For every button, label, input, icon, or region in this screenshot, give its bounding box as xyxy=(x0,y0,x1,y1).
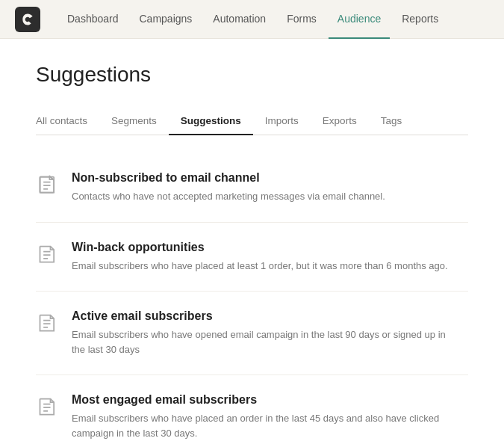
nav-campaigns[interactable]: Campaigns xyxy=(131,0,202,39)
edit-icon-3 xyxy=(37,396,58,417)
logo xyxy=(15,7,40,32)
nav-audience[interactable]: Audience xyxy=(329,0,390,39)
nav-dashboard[interactable]: Dashboard xyxy=(58,0,128,39)
suggestion-icon-2 xyxy=(36,311,60,335)
suggestion-title-2: Active email subscribers xyxy=(72,309,468,323)
suggestion-item[interactable]: Most engaged email subscribers Email sub… xyxy=(36,375,468,447)
nav-reports[interactable]: Reports xyxy=(393,0,447,39)
suggestion-content-3: Most engaged email subscribers Email sub… xyxy=(72,393,468,440)
edit-icon-1 xyxy=(37,244,58,265)
nav-links: Dashboard Campaigns Automation Forms Aud… xyxy=(58,0,489,39)
suggestion-content-2: Active email subscribers Email subscribe… xyxy=(72,309,468,357)
tab-imports[interactable]: Imports xyxy=(253,108,311,135)
logo-svg xyxy=(20,12,35,27)
page-title: Suggestions xyxy=(36,63,468,87)
nav-automation[interactable]: Automation xyxy=(204,0,275,39)
suggestion-icon-3 xyxy=(36,395,60,419)
logo-icon xyxy=(15,7,40,32)
nav-forms[interactable]: Forms xyxy=(278,0,326,39)
edit-icon-2 xyxy=(37,312,58,333)
suggestion-desc-1: Email subscribers who have placed at lea… xyxy=(72,259,460,274)
navbar: Dashboard Campaigns Automation Forms Aud… xyxy=(0,0,504,39)
tab-suggestions[interactable]: Suggestions xyxy=(169,108,253,135)
suggestion-item[interactable]: Win-back opportunities Email subscribers… xyxy=(36,223,468,292)
suggestion-desc-2: Email subscribers who have opened email … xyxy=(72,327,460,357)
suggestion-list: Non-subscribed to email channel Contacts… xyxy=(36,153,468,447)
sub-tabs: All contacts Segments Suggestions Import… xyxy=(36,108,468,135)
suggestion-item[interactable]: Non-subscribed to email channel Contacts… xyxy=(36,153,468,223)
suggestion-icon-1 xyxy=(36,242,60,266)
tab-tags[interactable]: Tags xyxy=(369,108,414,135)
suggestion-title-3: Most engaged email subscribers xyxy=(72,393,468,407)
suggestion-desc-3: Email subscribers who have placed an ord… xyxy=(72,411,460,440)
suggestion-title-1: Win-back opportunities xyxy=(72,241,468,254)
edit-icon-0 xyxy=(37,174,58,195)
tab-all-contacts[interactable]: All contacts xyxy=(36,108,99,135)
suggestion-content-0: Non-subscribed to email channel Contacts… xyxy=(72,171,468,204)
tab-exports[interactable]: Exports xyxy=(311,108,369,135)
tab-segments[interactable]: Segments xyxy=(99,108,169,135)
suggestion-title-0: Non-subscribed to email channel xyxy=(72,171,468,185)
suggestion-desc-0: Contacts who have not accepted marketing… xyxy=(72,189,460,204)
main-content: Suggestions All contacts Segments Sugges… xyxy=(0,39,504,447)
suggestion-item[interactable]: Active email subscribers Email subscribe… xyxy=(36,292,468,375)
suggestion-content-1: Win-back opportunities Email subscribers… xyxy=(72,241,468,274)
suggestion-icon-0 xyxy=(36,173,60,197)
